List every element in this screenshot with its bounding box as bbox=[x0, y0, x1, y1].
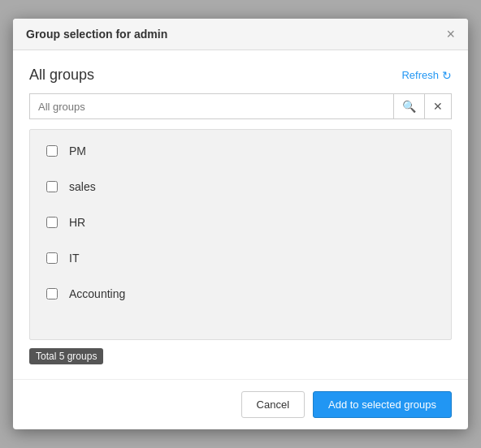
total-badge: Total 5 groups bbox=[29, 340, 452, 364]
clear-button[interactable]: ✕ bbox=[424, 93, 452, 119]
section-title: All groups bbox=[29, 67, 94, 84]
modal-footer: Cancel Add to selected groups bbox=[13, 379, 468, 429]
list-item: IT bbox=[30, 240, 451, 276]
group-label: sales bbox=[69, 180, 96, 193]
group-checkbox[interactable] bbox=[46, 288, 58, 299]
add-selected-groups-button[interactable]: Add to selected groups bbox=[313, 391, 452, 418]
refresh-label: Refresh bbox=[401, 69, 439, 81]
modal-header: Group selection for admin × bbox=[13, 19, 468, 50]
search-input[interactable] bbox=[29, 93, 393, 119]
close-button[interactable]: × bbox=[446, 27, 455, 41]
search-row: 🔍 ✕ bbox=[29, 93, 452, 119]
groups-list: PM sales HR IT Accounting bbox=[29, 129, 452, 340]
group-label: Accounting bbox=[69, 287, 125, 300]
group-checkbox[interactable] bbox=[46, 217, 58, 228]
group-selection-modal: Group selection for admin × All groups R… bbox=[13, 19, 468, 429]
group-label: IT bbox=[69, 252, 79, 265]
modal-title: Group selection for admin bbox=[26, 28, 167, 41]
refresh-link[interactable]: Refresh ↻ bbox=[401, 69, 452, 82]
modal-body: All groups Refresh ↻ 🔍 ✕ PM sales HR IT bbox=[13, 50, 468, 373]
group-label: HR bbox=[69, 216, 85, 229]
list-item: PM bbox=[30, 133, 451, 169]
section-header: All groups Refresh ↻ bbox=[29, 67, 452, 84]
cancel-button[interactable]: Cancel bbox=[241, 391, 305, 418]
refresh-icon: ↻ bbox=[442, 69, 452, 82]
search-button[interactable]: 🔍 bbox=[393, 93, 424, 119]
group-checkbox[interactable] bbox=[46, 145, 58, 157]
group-checkbox[interactable] bbox=[46, 181, 58, 192]
group-checkbox[interactable] bbox=[46, 252, 58, 264]
list-item: Accounting bbox=[30, 276, 451, 312]
list-item: HR bbox=[30, 205, 451, 240]
list-item: sales bbox=[30, 169, 451, 205]
group-label: PM bbox=[69, 144, 86, 157]
